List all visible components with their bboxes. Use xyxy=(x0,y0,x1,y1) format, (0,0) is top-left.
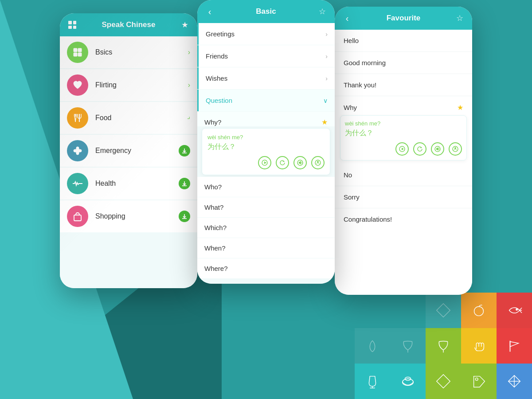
share-icon xyxy=(315,160,321,166)
why-pinyin: wèi shén me? xyxy=(207,134,325,141)
phones-container: Speak Chinese ★ Bsics › xyxy=(0,0,532,399)
question-item-why[interactable]: Why? ★ xyxy=(197,112,335,126)
where-label: Where? xyxy=(204,265,328,272)
shopping-icon-circle xyxy=(67,206,88,227)
hello-label: Hello xyxy=(344,37,359,44)
section-question[interactable]: Question ∨ xyxy=(197,90,335,111)
bandage-icon xyxy=(72,145,83,156)
fav-item-good-morning[interactable]: Good morning xyxy=(335,52,472,74)
why-fav-controls xyxy=(345,142,462,156)
basics-icon xyxy=(72,47,83,58)
phone-speak-chinese: Speak Chinese ★ Bsics › xyxy=(60,13,197,288)
svg-marker-35 xyxy=(402,148,404,150)
download-icon xyxy=(181,148,188,154)
fav-play-btn[interactable] xyxy=(395,142,409,156)
phone2-body: Greetings › Friends › Wishes › Question … xyxy=(197,23,335,284)
health-label: Health xyxy=(95,180,179,188)
good-morning-label: Good morning xyxy=(344,59,386,66)
fav-item-sorry[interactable]: Sorry xyxy=(335,186,472,208)
svg-point-40 xyxy=(454,147,456,149)
question-item-when[interactable]: When? xyxy=(197,238,335,258)
phone3-star-icon[interactable]: ☆ xyxy=(454,13,465,23)
phone2-header: ‹ Basic ☆ xyxy=(197,0,335,23)
why-fav-card: wèi shén me? 为什么？ xyxy=(340,115,467,160)
phone1-body: Bsics › Flirting › xyxy=(60,36,197,288)
phone3-body: Hello Good morning Thank you! Why ★ wèi … xyxy=(335,30,472,295)
phone2-star-icon[interactable]: ☆ xyxy=(317,6,328,17)
greetings-label: Greetings xyxy=(206,30,325,38)
flirting-label: Flirting xyxy=(95,81,188,89)
phone2-back-btn[interactable]: ‹ xyxy=(204,6,215,17)
phone-favourite: ‹ Favourite ☆ Hello Good morning Thank y… xyxy=(335,7,472,295)
heart-icon xyxy=(72,79,83,91)
svg-rect-16 xyxy=(78,48,82,52)
menu-item-basics[interactable]: Bsics › xyxy=(60,36,197,68)
question-item-where[interactable]: Where? xyxy=(197,258,335,278)
food-icon-circle xyxy=(67,107,88,129)
grid-icon[interactable] xyxy=(67,20,78,30)
friends-label: Friends xyxy=(206,52,325,60)
menu-item-flirting[interactable]: Flirting › xyxy=(60,69,197,101)
question-item-who[interactable]: Who? xyxy=(197,177,335,197)
play-btn[interactable] xyxy=(258,156,271,169)
fav-item-thank-you[interactable]: Thank you! xyxy=(335,74,472,96)
health-icon-circle xyxy=(67,173,88,194)
menu-item-health[interactable]: Health xyxy=(60,168,197,200)
health-download-icon xyxy=(181,180,188,187)
svg-rect-25 xyxy=(74,215,81,221)
flirting-arrow: › xyxy=(188,81,190,89)
svg-rect-15 xyxy=(74,48,77,52)
which-label: Which? xyxy=(204,224,328,231)
menu-item-emergency[interactable]: Emergency xyxy=(60,135,197,167)
wishes-label: Wishes xyxy=(206,74,325,82)
phone-basic: ‹ Basic ☆ Greetings › Friends › Wishes ›… xyxy=(197,0,335,284)
fav-why-header[interactable]: Why ★ xyxy=(335,96,472,113)
phone1-title: Speak Chinese xyxy=(78,20,180,29)
question-label: Question xyxy=(206,97,323,104)
fav-item-congratulations[interactable]: Congratulations! xyxy=(335,208,472,230)
fav-share-icon xyxy=(452,146,458,152)
replay-btn[interactable] xyxy=(276,156,289,169)
section-greetings[interactable]: Greetings › xyxy=(197,23,335,45)
fav-share-btn[interactable] xyxy=(449,142,462,156)
phone3-back-btn[interactable]: ‹ xyxy=(342,13,352,23)
question-arrow: ∨ xyxy=(323,97,328,104)
bag-icon xyxy=(72,211,83,222)
section-friends[interactable]: Friends › xyxy=(197,45,335,67)
fav-replay-btn[interactable] xyxy=(413,142,426,156)
question-item-what[interactable]: What? xyxy=(197,197,335,217)
why-chinese: 为什么？ xyxy=(207,142,325,152)
basics-arrow: › xyxy=(188,48,190,56)
why-fav-star[interactable]: ★ xyxy=(457,103,463,112)
menu-item-food[interactable]: Food › xyxy=(60,102,197,134)
replay-icon xyxy=(279,160,286,166)
question-item-which[interactable]: Which? xyxy=(197,218,335,238)
who-label: Who? xyxy=(204,183,328,191)
emergency-icon-circle xyxy=(67,140,88,161)
volume-btn[interactable] xyxy=(293,156,307,169)
shopping-download-btn[interactable] xyxy=(179,211,190,222)
fav-item-hello[interactable]: Hello xyxy=(335,30,472,52)
when-label: When? xyxy=(204,244,328,252)
phone2-title: Basic xyxy=(215,7,317,16)
why-star[interactable]: ★ xyxy=(321,118,328,126)
share-btn[interactable] xyxy=(311,156,325,169)
why-fav-pinyin: wèi shén me? xyxy=(345,120,462,127)
menu-item-shopping[interactable]: Shopping xyxy=(60,200,197,232)
phone1-star-icon[interactable]: ★ xyxy=(180,20,190,30)
emergency-download-btn[interactable] xyxy=(179,145,190,156)
fork-knife-icon xyxy=(72,112,83,124)
fav-item-no[interactable]: No xyxy=(335,164,472,186)
health-download-btn[interactable] xyxy=(179,178,190,189)
fav-volume-btn[interactable] xyxy=(431,142,444,156)
section-wishes[interactable]: Wishes › xyxy=(197,67,335,89)
play-icon xyxy=(262,160,268,166)
phone3-header: ‹ Favourite ☆ xyxy=(335,7,472,30)
greetings-arrow: › xyxy=(325,31,328,38)
fav-volume-icon xyxy=(434,146,441,152)
friends-arrow: › xyxy=(325,53,328,60)
congratulations-label: Congratulations! xyxy=(344,215,392,223)
shopping-label: Shopping xyxy=(95,212,179,220)
grid-icon-inner xyxy=(68,21,76,29)
emergency-label: Emergency xyxy=(95,147,179,155)
